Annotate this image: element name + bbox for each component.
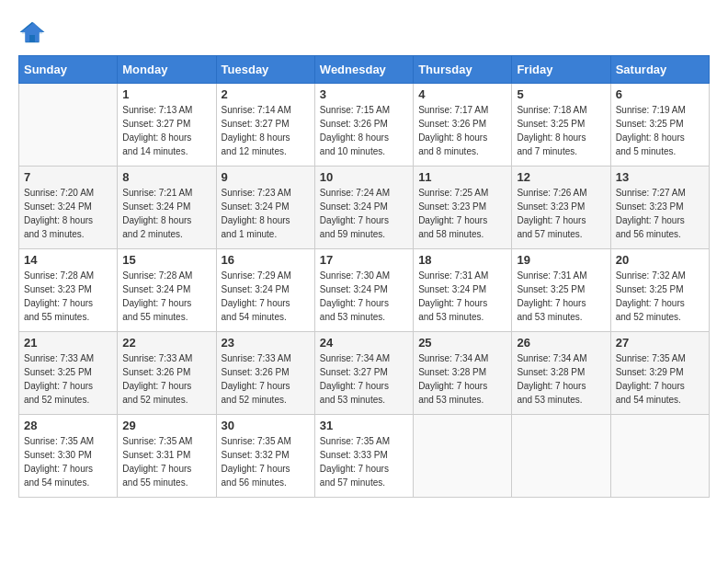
day-info: Sunrise: 7:35 AM Sunset: 3:30 PM Dayligh… [24,434,112,489]
day-info: Sunrise: 7:35 AM Sunset: 3:29 PM Dayligh… [616,351,704,407]
day-number: 8 [122,170,210,184]
day-number: 21 [24,336,112,350]
calendar-body: 1Sunrise: 7:13 AM Sunset: 3:27 PM Daylig… [19,84,710,498]
day-info: Sunrise: 7:13 AM Sunset: 3:27 PM Dayligh… [122,103,210,158]
day-info: Sunrise: 7:27 AM Sunset: 3:23 PM Dayligh… [616,186,704,241]
calendar-cell: 13Sunrise: 7:27 AM Sunset: 3:23 PM Dayli… [610,167,709,249]
day-number: 28 [24,419,112,432]
day-number: 12 [517,170,605,184]
calendar-cell: 16Sunrise: 7:29 AM Sunset: 3:24 PM Dayli… [216,249,314,332]
calendar-cell [19,84,118,167]
calendar-cell: 19Sunrise: 7:31 AM Sunset: 3:25 PM Dayli… [512,249,610,332]
day-info: Sunrise: 7:23 AM Sunset: 3:24 PM Dayligh… [222,186,310,241]
day-number: 20 [616,253,704,267]
day-info: Sunrise: 7:14 AM Sunset: 3:27 PM Dayligh… [222,103,310,158]
day-info: Sunrise: 7:19 AM Sunset: 3:25 PM Dayligh… [616,103,704,158]
calendar-cell: 7Sunrise: 7:20 AM Sunset: 3:24 PM Daylig… [19,167,118,249]
day-header-saturday: Saturday [610,56,709,84]
day-number: 6 [616,87,704,101]
day-number: 22 [122,336,210,350]
day-info: Sunrise: 7:24 AM Sunset: 3:24 PM Dayligh… [320,186,408,241]
day-number: 29 [122,419,210,432]
day-number: 5 [517,87,605,101]
calendar-cell: 2Sunrise: 7:14 AM Sunset: 3:27 PM Daylig… [216,84,314,167]
day-number: 4 [418,87,506,101]
day-header-sunday: Sunday [19,56,118,84]
day-number: 17 [320,253,408,267]
day-info: Sunrise: 7:31 AM Sunset: 3:24 PM Dayligh… [418,269,506,324]
day-number: 23 [222,336,310,350]
day-info: Sunrise: 7:33 AM Sunset: 3:26 PM Dayligh… [122,351,210,407]
calendar-cell: 15Sunrise: 7:28 AM Sunset: 3:24 PM Dayli… [118,249,216,332]
day-number: 7 [24,170,112,184]
calendar-cell: 14Sunrise: 7:28 AM Sunset: 3:23 PM Dayli… [19,249,118,332]
day-number: 25 [418,336,506,350]
day-info: Sunrise: 7:34 AM Sunset: 3:28 PM Dayligh… [517,351,605,407]
day-header-tuesday: Tuesday [216,56,314,84]
calendar-week-row: 1Sunrise: 7:13 AM Sunset: 3:27 PM Daylig… [19,84,710,167]
calendar-cell [512,415,610,498]
logo-icon [18,18,46,46]
day-header-monday: Monday [118,56,216,84]
day-number: 15 [122,253,210,267]
day-info: Sunrise: 7:32 AM Sunset: 3:25 PM Dayligh… [616,269,704,324]
calendar-cell: 5Sunrise: 7:18 AM Sunset: 3:25 PM Daylig… [512,84,610,167]
day-info: Sunrise: 7:35 AM Sunset: 3:32 PM Dayligh… [222,434,310,489]
page-header [18,18,710,46]
day-header-friday: Friday [512,56,610,84]
day-info: Sunrise: 7:25 AM Sunset: 3:23 PM Dayligh… [418,186,506,241]
calendar-cell [414,415,512,498]
logo [18,18,50,46]
day-number: 16 [222,253,310,267]
day-number: 26 [517,336,605,350]
calendar-cell: 6Sunrise: 7:19 AM Sunset: 3:25 PM Daylig… [610,84,709,167]
calendar-cell: 12Sunrise: 7:26 AM Sunset: 3:23 PM Dayli… [512,167,610,249]
calendar-cell: 1Sunrise: 7:13 AM Sunset: 3:27 PM Daylig… [118,84,216,167]
calendar-cell [610,415,709,498]
calendar-cell: 22Sunrise: 7:33 AM Sunset: 3:26 PM Dayli… [118,332,216,415]
day-number: 1 [122,87,210,101]
day-number: 14 [24,253,112,267]
calendar-cell: 23Sunrise: 7:33 AM Sunset: 3:26 PM Dayli… [216,332,314,415]
day-header-wednesday: Wednesday [314,56,413,84]
calendar-cell: 4Sunrise: 7:17 AM Sunset: 3:26 PM Daylig… [414,84,512,167]
day-number: 2 [222,87,310,101]
day-info: Sunrise: 7:26 AM Sunset: 3:23 PM Dayligh… [517,186,605,241]
calendar-cell: 28Sunrise: 7:35 AM Sunset: 3:30 PM Dayli… [19,415,118,498]
day-info: Sunrise: 7:34 AM Sunset: 3:27 PM Dayligh… [320,351,408,407]
calendar-cell: 29Sunrise: 7:35 AM Sunset: 3:31 PM Dayli… [118,415,216,498]
calendar-cell: 31Sunrise: 7:35 AM Sunset: 3:33 PM Dayli… [314,415,413,498]
day-number: 13 [616,170,704,184]
calendar-cell: 10Sunrise: 7:24 AM Sunset: 3:24 PM Dayli… [314,167,413,249]
day-info: Sunrise: 7:33 AM Sunset: 3:25 PM Dayligh… [24,351,112,407]
day-info: Sunrise: 7:21 AM Sunset: 3:24 PM Dayligh… [122,186,210,241]
calendar-week-row: 28Sunrise: 7:35 AM Sunset: 3:30 PM Dayli… [19,415,710,498]
day-number: 18 [418,253,506,267]
day-number: 10 [320,170,408,184]
day-number: 3 [320,87,408,101]
calendar-header-row: SundayMondayTuesdayWednesdayThursdayFrid… [19,56,710,84]
calendar-cell: 3Sunrise: 7:15 AM Sunset: 3:26 PM Daylig… [314,84,413,167]
day-info: Sunrise: 7:28 AM Sunset: 3:23 PM Dayligh… [24,269,112,324]
day-number: 24 [320,336,408,350]
day-info: Sunrise: 7:29 AM Sunset: 3:24 PM Dayligh… [222,269,310,324]
day-number: 31 [320,419,408,432]
calendar-cell: 8Sunrise: 7:21 AM Sunset: 3:24 PM Daylig… [118,167,216,249]
day-info: Sunrise: 7:30 AM Sunset: 3:24 PM Dayligh… [320,269,408,324]
day-header-thursday: Thursday [414,56,512,84]
day-number: 19 [517,253,605,267]
day-info: Sunrise: 7:28 AM Sunset: 3:24 PM Dayligh… [122,269,210,324]
calendar-cell: 30Sunrise: 7:35 AM Sunset: 3:32 PM Dayli… [216,415,314,498]
calendar-cell: 11Sunrise: 7:25 AM Sunset: 3:23 PM Dayli… [414,167,512,249]
day-info: Sunrise: 7:31 AM Sunset: 3:25 PM Dayligh… [517,269,605,324]
day-info: Sunrise: 7:35 AM Sunset: 3:33 PM Dayligh… [320,434,408,489]
calendar-cell: 17Sunrise: 7:30 AM Sunset: 3:24 PM Dayli… [314,249,413,332]
calendar-cell: 27Sunrise: 7:35 AM Sunset: 3:29 PM Dayli… [610,332,709,415]
calendar-cell: 9Sunrise: 7:23 AM Sunset: 3:24 PM Daylig… [216,167,314,249]
calendar-cell: 26Sunrise: 7:34 AM Sunset: 3:28 PM Dayli… [512,332,610,415]
day-info: Sunrise: 7:34 AM Sunset: 3:28 PM Dayligh… [418,351,506,407]
calendar-week-row: 14Sunrise: 7:28 AM Sunset: 3:23 PM Dayli… [19,249,710,332]
calendar-cell: 24Sunrise: 7:34 AM Sunset: 3:27 PM Dayli… [314,332,413,415]
day-info: Sunrise: 7:17 AM Sunset: 3:26 PM Dayligh… [418,103,506,158]
day-info: Sunrise: 7:33 AM Sunset: 3:26 PM Dayligh… [222,351,310,407]
